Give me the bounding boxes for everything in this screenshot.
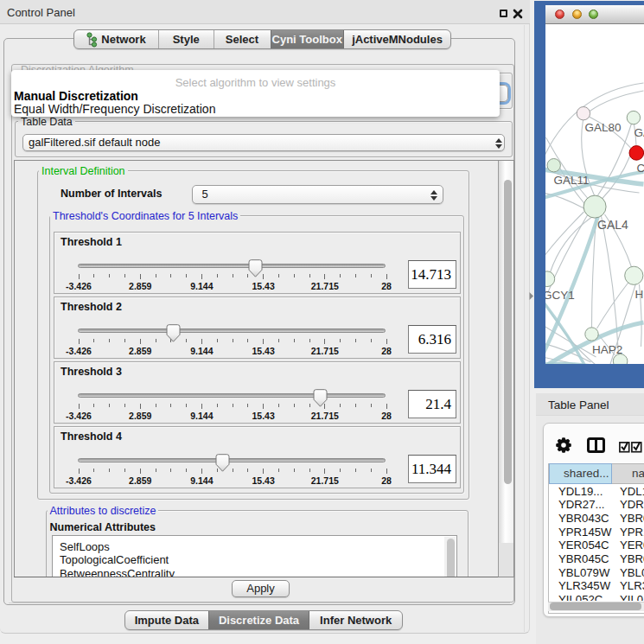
svg-text:GAL11: GAL11 <box>554 174 590 187</box>
svg-text:GAL80: GAL80 <box>585 121 622 134</box>
svg-text:C: C <box>637 162 644 175</box>
svg-text:GAL4: GAL4 <box>597 218 628 232</box>
svg-text:HAP2: HAP2 <box>592 343 622 356</box>
svg-text:GCY1: GCY1 <box>545 289 575 302</box>
svg-text:GA: GA <box>634 126 644 139</box>
svg-text:H: H <box>635 288 644 301</box>
